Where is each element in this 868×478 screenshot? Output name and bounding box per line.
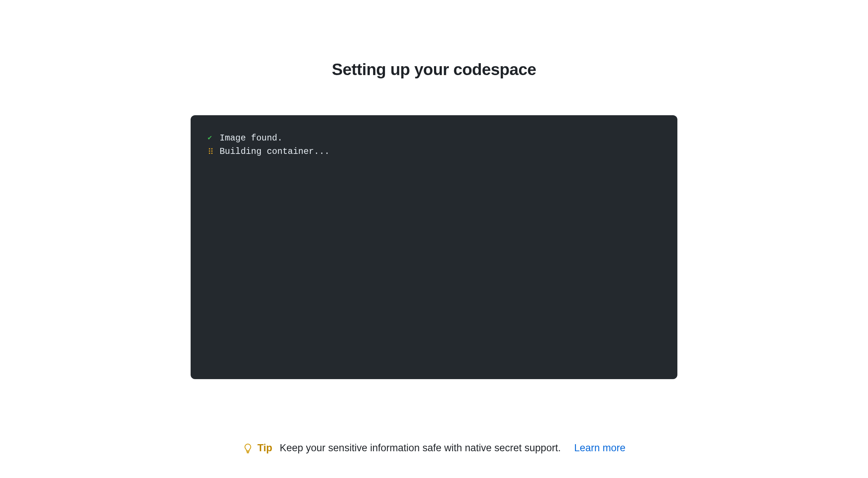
check-icon: ✔ (208, 133, 220, 143)
terminal-text: Building container... (220, 145, 330, 158)
learn-more-link[interactable]: Learn more (574, 442, 625, 454)
terminal-line: ✔Image found. (208, 132, 660, 145)
page-title: Setting up your codespace (332, 60, 536, 79)
tip-bar: Tip Keep your sensitive information safe… (243, 442, 625, 454)
terminal-panel: ✔Image found. ⠿Building container... (191, 115, 677, 379)
tip-text: Keep your sensitive information safe wit… (280, 442, 561, 454)
terminal-text: Image found. (220, 132, 282, 145)
tip-label: Tip (258, 442, 272, 454)
spinner-icon: ⠿ (208, 148, 220, 156)
page-container: Setting up your codespace ✔Image found. … (0, 0, 868, 454)
lightbulb-icon (243, 443, 253, 453)
terminal-line: ⠿Building container... (208, 145, 660, 158)
